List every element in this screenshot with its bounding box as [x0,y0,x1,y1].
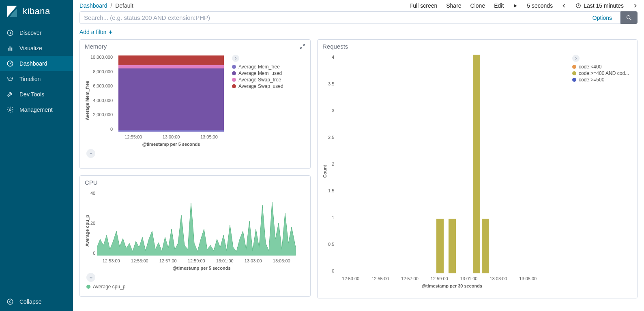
chart-ylabel: Average Mem_free [84,55,90,147]
sidebar-collapse[interactable]: Collapse [0,292,73,311]
time-prev-button[interactable] [562,3,567,8]
chart-xticks: 12:53:00 12:55:00 12:57:00 12:59:00 13:0… [97,257,296,263]
brand-name: kibana [23,6,50,17]
search-input[interactable] [84,14,618,21]
legend-toggle-bottom-button[interactable] [86,273,95,282]
panel-expand-button[interactable] [300,44,305,49]
sidebar-item-label: Discover [19,30,41,36]
svg-line-17 [301,47,302,49]
search-row: Options [73,10,644,27]
time-next-button[interactable] [633,3,638,8]
gauge-icon [6,60,14,67]
chart-yticks: 10,000,000 8,000,000 6,000,000 4,000,000… [90,55,114,132]
svg-rect-24 [449,219,456,273]
svg-rect-21 [118,65,224,68]
collapse-icon [6,298,14,305]
sidebar-nav: Discover Visualize Dashboard Timelion De… [0,25,73,292]
filter-bar: Add a filter [73,27,644,39]
legend-item[interactable]: Average Swap_used [232,83,283,89]
top-actions: Full screen Share Clone Edit 5 seconds L… [410,2,638,9]
sidebar-item-label: Dashboard [19,60,47,67]
legend-item[interactable]: code:>=500 [572,77,633,83]
breadcrumb-sep: / [109,2,114,9]
cpu-chart[interactable] [97,191,296,256]
sidebar-item-label: Visualize [19,45,42,51]
search-icon [626,15,632,21]
search-options-link[interactable]: Options [588,15,616,21]
chart-xlabel: @timestamp per 5 seconds [114,139,228,147]
legend-dot-icon [86,285,90,289]
chart-legend: Average Mem_free Average Mem_used Averag… [228,55,283,147]
mask-icon [6,75,14,83]
legend-dot-icon [232,71,236,75]
panel-cpu: CPU Average cpu_p 40 20 0 [79,175,311,297]
legend-item[interactable]: Average cpu_p [86,283,306,290]
plus-icon [108,30,113,34]
legend-toggle-bottom-button[interactable] [86,149,95,158]
bar-chart-icon [6,45,14,52]
legend-item[interactable]: code:<400 [572,64,633,70]
legend-item[interactable]: Average Swap_free [232,77,283,83]
svg-rect-4 [10,47,11,51]
sidebar-item-discover[interactable]: Discover [0,25,73,40]
sidebar-item-label: Dev Tools [19,91,44,98]
compass-icon [6,29,14,36]
legend-toggle-button[interactable] [232,55,239,62]
collapse-label: Collapse [19,298,41,305]
legend-item[interactable]: Average Mem_used [232,70,283,77]
sidebar-item-devtools[interactable]: Dev Tools [0,87,73,102]
sidebar-item-label: Management [19,107,53,113]
legend-dot-icon [572,78,576,82]
panel-title: CPU [85,179,98,186]
legend-dot-icon [232,65,236,69]
svg-line-13 [630,19,631,20]
fullscreen-button[interactable]: Full screen [410,2,437,9]
breadcrumb-root[interactable]: Dashboard [79,2,107,9]
svg-rect-5 [11,48,12,51]
time-range-picker[interactable]: Last 15 minutes [575,2,624,9]
sidebar-item-dashboard[interactable]: Dashboard [0,56,73,71]
svg-marker-2 [10,32,12,34]
svg-line-7 [10,62,11,64]
clone-button[interactable]: Clone [470,2,485,9]
search-submit-button[interactable] [620,11,638,24]
legend-dot-icon [232,78,236,82]
dashboard-content: Memory Average Mem_free 10,000,000 [73,39,644,311]
sidebar: kibana Discover Visualize Dashboard Time… [0,0,73,311]
search-box[interactable]: Options [79,11,620,24]
svg-point-9 [7,299,13,305]
panel-title: Requests [322,43,348,50]
panel-memory: Memory Average Mem_free 10,000,000 [79,39,311,169]
share-button[interactable]: Share [446,2,461,9]
legend-toggle-button[interactable] [572,55,580,62]
legend-item[interactable]: code:>=400 AND cod... [572,70,633,77]
sidebar-item-timelion[interactable]: Timelion [0,71,73,87]
chart-xlabel: @timestamp per 5 seconds [97,263,306,271]
refresh-play-button[interactable] [513,3,518,9]
svg-rect-15 [109,32,112,32]
svg-rect-26 [482,219,489,273]
chart-legend: code:<400 code:>=400 AND cod... code:>=5… [568,55,633,288]
chart-yticks: 4 3.5 3 2.5 2 1.5 1 0.5 0 [328,55,336,273]
svg-rect-19 [118,130,224,132]
svg-rect-3 [8,48,9,51]
memory-chart[interactable] [114,55,228,132]
requests-chart[interactable] [336,55,543,273]
edit-button[interactable]: Edit [494,2,504,9]
time-range-label: Last 15 minutes [584,2,624,9]
svg-rect-22 [118,55,224,65]
chart-legend: Average cpu_p [84,283,306,290]
sidebar-item-management[interactable]: Management [0,102,73,117]
legend-item[interactable]: Average Mem_free [232,64,283,70]
brand-logo[interactable]: kibana [0,0,73,25]
sidebar-item-visualize[interactable]: Visualize [0,40,73,56]
breadcrumb-current: Default [115,2,133,9]
add-filter-label: Add a filter [79,29,107,35]
legend-dot-icon [232,84,236,88]
breadcrumb: Dashboard / Default [79,2,133,9]
gear-icon [6,106,14,113]
add-filter-button[interactable]: Add a filter [79,29,113,35]
refresh-interval[interactable]: 5 seconds [527,2,553,9]
kibana-logo-icon [6,5,19,18]
chart-xticks: 12:55:00 13:00:00 13:05:00 [114,133,228,139]
